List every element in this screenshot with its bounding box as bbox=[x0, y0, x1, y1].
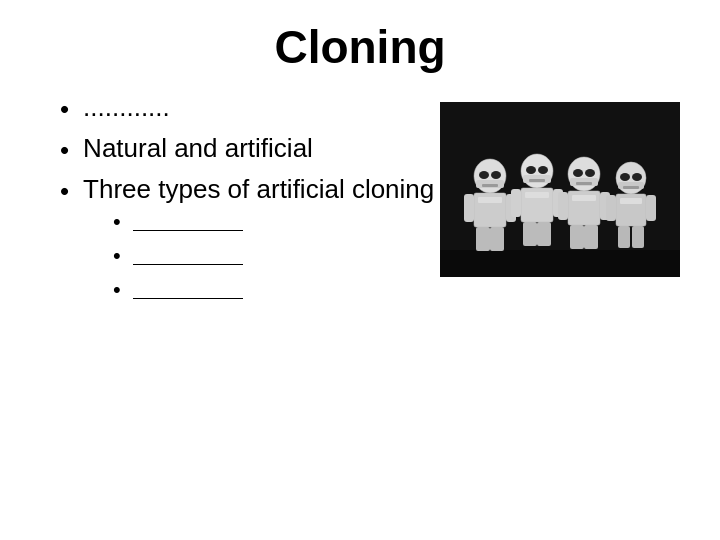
svg-rect-9 bbox=[476, 227, 490, 251]
svg-point-15 bbox=[526, 166, 536, 174]
svg-rect-1 bbox=[440, 250, 680, 277]
svg-rect-30 bbox=[572, 195, 596, 201]
sub-bullet-blank-3 bbox=[133, 277, 243, 299]
svg-rect-6 bbox=[482, 184, 498, 187]
svg-rect-31 bbox=[570, 225, 584, 249]
sub-bullet-blank-1 bbox=[133, 209, 243, 231]
svg-point-26 bbox=[573, 169, 583, 177]
svg-rect-19 bbox=[525, 192, 549, 198]
svg-rect-17 bbox=[529, 179, 545, 182]
bullet-text-3-container: Three types of artificial cloning • • bbox=[83, 174, 434, 311]
svg-rect-8 bbox=[478, 197, 502, 203]
svg-point-27 bbox=[585, 169, 595, 177]
svg-point-16 bbox=[538, 166, 548, 174]
svg-rect-44 bbox=[606, 195, 616, 221]
bullet-text-2: Natural and artificial bbox=[83, 133, 313, 164]
svg-rect-20 bbox=[523, 222, 537, 246]
svg-rect-39 bbox=[623, 186, 639, 189]
slide: Cloning • ............ • Natural and art… bbox=[0, 0, 720, 540]
sub-bullet-item-1: • bbox=[113, 209, 434, 235]
content-area: • ............ • Natural and artificial … bbox=[40, 92, 680, 319]
svg-rect-42 bbox=[618, 226, 630, 248]
bullet-text-1: ............ bbox=[83, 92, 170, 123]
svg-point-5 bbox=[491, 171, 501, 179]
svg-point-37 bbox=[620, 173, 630, 181]
sub-bullet-list: • • • bbox=[113, 209, 434, 303]
bullet-item-2: • Natural and artificial bbox=[60, 133, 440, 166]
svg-point-4 bbox=[479, 171, 489, 179]
left-content: • ............ • Natural and artificial … bbox=[40, 92, 420, 319]
bullet-dot-1: • bbox=[60, 94, 69, 125]
main-bullet-list: • ............ • Natural and artificial … bbox=[60, 92, 440, 311]
sub-bullet-dot-2: • bbox=[113, 243, 121, 269]
bullet-item-3: • Three types of artificial cloning • • bbox=[60, 174, 440, 311]
svg-rect-33 bbox=[558, 192, 568, 220]
svg-rect-21 bbox=[537, 222, 551, 246]
sub-bullet-item-3: • bbox=[113, 277, 434, 303]
svg-rect-45 bbox=[646, 195, 656, 221]
svg-rect-32 bbox=[584, 225, 598, 249]
svg-rect-43 bbox=[632, 226, 644, 248]
svg-rect-28 bbox=[576, 182, 592, 185]
slide-title: Cloning bbox=[40, 20, 680, 74]
bullet-item-1: • ............ bbox=[60, 92, 440, 125]
sub-bullet-blank-2 bbox=[133, 243, 243, 265]
svg-rect-41 bbox=[620, 198, 642, 204]
sub-bullet-dot-3: • bbox=[113, 277, 121, 303]
stormtrooper-svg bbox=[440, 102, 680, 277]
sub-bullet-item-2: • bbox=[113, 243, 434, 269]
sub-bullet-dot-1: • bbox=[113, 209, 121, 235]
svg-rect-22 bbox=[511, 189, 521, 217]
svg-rect-10 bbox=[490, 227, 504, 251]
stormtrooper-image bbox=[440, 102, 680, 277]
bullet-text-3: Three types of artificial cloning bbox=[83, 174, 434, 204]
svg-rect-11 bbox=[464, 194, 474, 222]
bullet-dot-2: • bbox=[60, 135, 69, 166]
svg-point-38 bbox=[632, 173, 642, 181]
bullet-dot-3: • bbox=[60, 176, 69, 207]
